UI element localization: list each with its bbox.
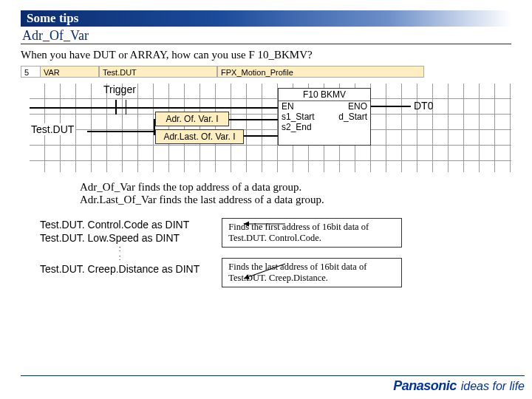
footer: Panasonic ideas for life <box>21 375 525 396</box>
contact-symbol <box>111 100 131 117</box>
adr-of-var-block: Adr. Of. Var. I <box>155 112 229 126</box>
dt0-label: DT0 <box>414 100 433 112</box>
wire <box>371 106 411 107</box>
wire <box>244 135 278 137</box>
en-pin: EN <box>282 101 294 112</box>
var-class: VAR <box>40 66 99 78</box>
list-item: Test.DUT. Creep.Distance as DINT <box>40 262 200 276</box>
panasonic-logo: Panasonic <box>393 378 457 394</box>
ellipsis: : <box>40 253 200 262</box>
ellipsis: : <box>40 245 200 253</box>
explain-line2: Adr.Last_Of_Var finds the last address o… <box>80 194 511 206</box>
wire <box>123 107 278 109</box>
callout-last-address: Finds the last address of 16bit data of … <box>222 258 402 287</box>
tagline: ideas for life <box>461 380 525 393</box>
testdut-label: Test.DUT <box>30 123 75 135</box>
slide-title: Some tips <box>27 11 78 26</box>
slide-title-bar: Some tips <box>21 10 511 27</box>
eno-pin: ENO <box>348 101 367 112</box>
ladder-diagram: Trigger Test.DUT Adr. Of. Var. I Adr.Las… <box>30 83 511 172</box>
list-item: Test.DUT. Low.Speed as DINT <box>40 231 200 245</box>
d-pin: d_Start <box>338 112 367 122</box>
s2-pin: s2_End <box>282 122 312 132</box>
variable-table-row: 5 VAR Test.DUT FPX_Motion_Profile <box>21 66 511 78</box>
field-list: Test.DUT. Control.Code as DINT Test.DUT.… <box>40 218 200 287</box>
wire <box>87 131 155 132</box>
s1-pin: s1_Start <box>282 112 315 122</box>
divider <box>21 44 511 44</box>
explanation: Adr_Of_Var finds the top address of a da… <box>80 181 511 206</box>
wire <box>229 119 278 120</box>
var-type: FPX_Motion_Profile <box>217 66 424 78</box>
question-text: When you have DUT or ARRAY, how can you … <box>21 49 511 61</box>
list-item: Test.DUT. Control.Code as DINT <box>40 218 200 231</box>
adr-last-of-var-block: Adr.Last. Of. Var. I <box>155 129 244 144</box>
f10-title: F10 BKMV <box>279 89 370 101</box>
var-identifier: Test.DUT <box>99 66 217 78</box>
trigger-label: Trigger <box>103 83 136 95</box>
callout-first-address: Finds the first address of 16bit data of… <box>222 218 402 248</box>
slide-subtitle: Adr_Of_Var <box>21 28 511 44</box>
f10-bkmv-block: F10 BKMV ENENO s1_Startd_Start s2_End <box>278 88 371 146</box>
var-row-number: 5 <box>21 66 40 78</box>
explain-line1: Adr_Of_Var finds the top address of a da… <box>80 181 511 194</box>
